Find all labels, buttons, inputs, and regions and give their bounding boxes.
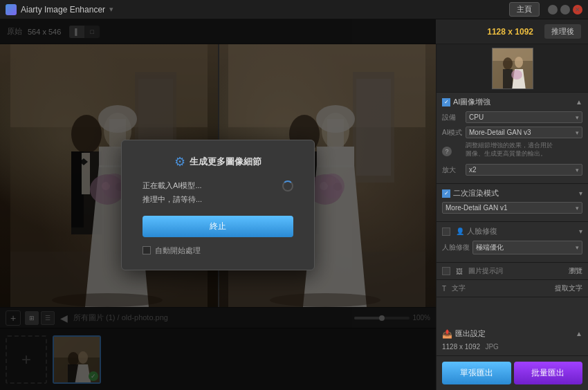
preview-thumbnail [492,48,533,89]
model-select-arrow-icon: ▾ [576,129,579,136]
single-export-button[interactable]: 單張匯出 [442,362,511,384]
ai-section-arrow-icon: ▲ [576,98,582,106]
output-info-row: 1128 x 1092 JPG [442,342,582,351]
modal-header: ⚙ 生成更多圖像細節 [143,154,293,169]
svg-rect-49 [493,48,533,61]
output-format: JPG [485,343,498,351]
hint-checkbox[interactable] [442,267,450,275]
device-row: 設備 CPU ▾ [442,111,582,123]
batch-export-button[interactable]: 批量匯出 [514,362,583,384]
svg-point-50 [503,57,513,70]
titlebar-right: 主頁 — □ ✕ [509,2,582,17]
svg-rect-51 [503,69,513,89]
auto-process-label: 自動開始處理 [155,245,201,256]
secondary-mode-header[interactable]: ✓ 二次渲染模式 ▾ [442,188,582,198]
face-section: 👤 人臉修復 ▾ 人臉修復 極端優化 ▾ [437,222,588,263]
hint-title: 圖片提示詞 [468,266,503,276]
output-icon: 📤 [442,329,452,339]
processing-modal: ⚙ 生成更多圖像細節 正在載入AI模型... 推理中，請等待... 終止 自動開… [121,140,315,270]
hint-section[interactable]: 🖼 圖片提示詞 瀏覽 [437,263,588,280]
secondary-model-arrow-icon: ▾ [576,205,579,212]
process-button[interactable]: 推理後 [544,24,581,39]
app-title: Aiarty Image Enhancer [21,5,105,15]
model-row: AI模式 More-Detail GAN v3 ▾ [442,127,582,138]
ai-section-checkbox[interactable]: ✓ [442,98,450,106]
loading-model-text: 正在載入AI模型... [143,180,202,191]
image-icon: 🖼 [456,268,463,275]
preview-thumbnail-area [437,44,588,93]
output-size-display: 1128 x 1092 [487,27,533,37]
face-model-select[interactable]: 極端優化 ▾ [472,241,582,254]
scale-select-arrow-icon: ▾ [576,167,579,174]
ai-section-title: AI圖像增強 [453,97,490,107]
face-model-value: 極端優化 [476,243,504,252]
scale-row: 放大 x2 ▾ [442,164,582,176]
svg-point-54 [511,70,522,80]
secondary-mode-title: 二次渲染模式 [453,188,499,198]
secondary-mode-section: ✓ 二次渲染模式 ▾ More-Detail GAN v1 ▾ [437,184,588,222]
model-value: More-Detail GAN v3 [469,129,531,136]
titlebar-separator: ▾ [109,5,113,14]
device-select-arrow-icon: ▾ [576,114,579,121]
secondary-model-row: More-Detail GAN v1 ▾ [442,202,582,214]
auto-process-checkbox[interactable] [143,246,151,254]
ai-section-header[interactable]: ✓ AI圖像增強 ▲ [442,97,582,107]
face-model-arrow-icon: ▾ [576,244,579,251]
titlebar-left: Aiarty Image Enhancer ▾ [6,4,113,15]
text-extract-btn[interactable]: 提取文字 [555,284,582,293]
face-section-title: 人臉修復 [467,226,497,236]
minimize-button[interactable]: — [548,5,558,15]
text-title: 文字 [452,284,466,293]
stop-button[interactable]: 終止 [143,216,293,237]
text-section[interactable]: T 文字 提取文字 [437,280,588,297]
info-icon[interactable]: ? [442,147,452,156]
model-info-text: 調整細節增強的效果，適合用於圖像、生成更高質量的輸出。 [454,142,553,158]
main-content: ⚙ 生成更多圖像細節 正在載入AI模型... 推理中，請等待... 終止 自動開… [0,44,588,390]
model-label: AI模式 [442,128,463,138]
output-size: 1128 x 1092 [442,343,480,351]
image-canvas: ⚙ 生成更多圖像細節 正在載入AI模型... 推理中，請等待... 終止 自動開… [0,44,436,307]
secondary-model-select[interactable]: More-Detail GAN v1 ▾ [442,202,582,214]
secondary-model-value: More-Detail GAN v1 [445,204,507,212]
device-value: CPU [469,113,484,121]
modal-title: 生成更多圖像細節 [190,156,261,168]
face-icon: 👤 [456,228,464,235]
device-label: 設備 [442,113,463,122]
output-arrow-icon: ▲ [576,330,582,337]
face-section-arrow-icon: ▾ [579,228,582,235]
face-model-label: 人臉修復 [442,243,470,252]
face-model-row: 人臉修復 極端優化 ▾ [442,241,582,254]
info-row: ? 調整細節增強的效果，適合用於圖像、生成更高質量的輸出。 [442,142,582,160]
face-section-header[interactable]: 👤 人臉修復 ▾ [442,226,582,236]
face-section-checkbox[interactable] [442,228,450,236]
model-select[interactable]: More-Detail GAN v3 ▾ [466,127,582,138]
maximize-button[interactable]: □ [560,5,570,15]
processing-modal-overlay: ⚙ 生成更多圖像細節 正在載入AI模型... 推理中，請等待... 終止 自動開… [0,44,436,307]
scale-select[interactable]: x2 ▾ [466,164,582,176]
export-buttons: 單張匯出 批量匯出 [437,356,588,390]
hint-browse-btn[interactable]: 瀏覽 [569,266,582,276]
image-area: ⚙ 生成更多圖像細節 正在載入AI模型... 推理中，請等待... 終止 自動開… [0,44,436,390]
modal-status1: 正在載入AI模型... [143,180,293,192]
output-title: 匯出設定 [455,328,486,339]
ai-section: ✓ AI圖像增強 ▲ 設備 CPU ▾ AI模式 More-Detail GAN… [437,93,588,184]
text-icon: T [442,285,446,292]
secondary-mode-checkbox[interactable]: ✓ [442,189,450,198]
app-logo-icon [6,4,17,15]
right-panel: ✓ AI圖像增強 ▲ 設備 CPU ▾ AI模式 More-Detail GAN… [436,44,588,390]
gear-icon: ⚙ [174,154,185,169]
modal-status2: 推理中，請等待... [143,194,293,205]
output-section: 📤 匯出設定 ▲ 1128 x 1092 JPG [437,324,588,356]
secondary-mode-arrow-icon: ▾ [579,189,582,197]
scale-label: 放大 [442,165,463,175]
svg-point-52 [515,57,523,68]
loading-spinner [282,180,293,192]
close-button[interactable]: ✕ [573,5,582,15]
device-select[interactable]: CPU ▾ [466,111,582,123]
auto-process-row: 自動開始處理 [143,245,293,256]
main-menu-button[interactable]: 主頁 [509,2,540,17]
output-header: 📤 匯出設定 ▲ [442,328,582,339]
titlebar: Aiarty Image Enhancer ▾ 主頁 — □ ✕ [0,0,588,19]
scale-value: x2 [469,166,477,174]
